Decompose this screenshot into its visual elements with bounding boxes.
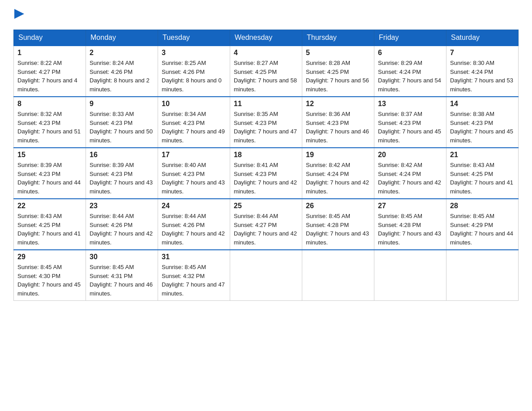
header-monday: Monday <box>86 30 158 46</box>
calendar-cell: 17 Sunrise: 8:40 AMSunset: 4:23 PMDaylig… <box>158 148 230 199</box>
day-info: Sunrise: 8:35 AMSunset: 4:23 PMDaylight:… <box>234 110 298 145</box>
day-info: Sunrise: 8:45 AMSunset: 4:28 PMDaylight:… <box>378 212 442 247</box>
calendar-cell: 21 Sunrise: 8:43 AMSunset: 4:25 PMDaylig… <box>446 148 519 199</box>
day-number: 28 <box>450 202 515 210</box>
header-thursday: Thursday <box>302 30 374 46</box>
day-info: Sunrise: 8:44 AMSunset: 4:26 PMDaylight:… <box>90 212 154 247</box>
day-number: 4 <box>234 49 298 57</box>
day-number: 18 <box>234 151 298 159</box>
day-number: 16 <box>90 151 154 159</box>
calendar-cell: 12 Sunrise: 8:36 AMSunset: 4:23 PMDaylig… <box>302 97 374 148</box>
calendar-cell: 5 Sunrise: 8:28 AMSunset: 4:25 PMDayligh… <box>302 46 374 97</box>
day-number: 10 <box>162 100 226 108</box>
header-wednesday: Wednesday <box>230 30 302 46</box>
day-info: Sunrise: 8:24 AMSunset: 4:26 PMDaylight:… <box>90 59 154 94</box>
day-number: 22 <box>17 202 82 210</box>
day-info: Sunrise: 8:39 AMSunset: 4:23 PMDaylight:… <box>90 161 154 196</box>
calendar-cell <box>302 250 374 301</box>
calendar-cell: 1 Sunrise: 8:22 AMSunset: 4:27 PMDayligh… <box>14 46 86 97</box>
week-row-4: 22 Sunrise: 8:43 AMSunset: 4:25 PMDaylig… <box>14 199 519 250</box>
day-info: Sunrise: 8:29 AMSunset: 4:24 PMDaylight:… <box>378 59 442 94</box>
calendar-cell <box>446 250 519 301</box>
day-number: 2 <box>90 49 154 57</box>
svg-marker-0 <box>14 9 24 19</box>
day-number: 29 <box>17 253 82 261</box>
day-info: Sunrise: 8:28 AMSunset: 4:25 PMDaylight:… <box>306 59 370 94</box>
day-info: Sunrise: 8:45 AMSunset: 4:30 PMDaylight:… <box>17 263 82 298</box>
calendar-cell: 31 Sunrise: 8:45 AMSunset: 4:32 PMDaylig… <box>158 250 230 301</box>
day-info: Sunrise: 8:38 AMSunset: 4:23 PMDaylight:… <box>450 110 515 145</box>
day-info: Sunrise: 8:45 AMSunset: 4:29 PMDaylight:… <box>450 212 515 247</box>
calendar-cell: 13 Sunrise: 8:37 AMSunset: 4:23 PMDaylig… <box>374 97 446 148</box>
day-number: 1 <box>17 49 82 57</box>
day-number: 27 <box>378 202 442 210</box>
calendar-cell <box>230 250 302 301</box>
calendar-cell: 27 Sunrise: 8:45 AMSunset: 4:28 PMDaylig… <box>374 199 446 250</box>
day-info: Sunrise: 8:42 AMSunset: 4:24 PMDaylight:… <box>306 161 370 196</box>
day-info: Sunrise: 8:22 AMSunset: 4:27 PMDaylight:… <box>17 59 82 94</box>
calendar-cell: 20 Sunrise: 8:42 AMSunset: 4:24 PMDaylig… <box>374 148 446 199</box>
calendar-cell: 9 Sunrise: 8:33 AMSunset: 4:23 PMDayligh… <box>86 97 158 148</box>
calendar-cell <box>374 250 446 301</box>
day-info: Sunrise: 8:43 AMSunset: 4:25 PMDaylight:… <box>450 161 515 196</box>
day-number: 7 <box>450 49 515 57</box>
day-info: Sunrise: 8:45 AMSunset: 4:32 PMDaylight:… <box>162 263 226 298</box>
calendar-cell: 22 Sunrise: 8:43 AMSunset: 4:25 PMDaylig… <box>14 199 86 250</box>
day-info: Sunrise: 8:37 AMSunset: 4:23 PMDaylight:… <box>378 110 442 145</box>
calendar-cell: 15 Sunrise: 8:39 AMSunset: 4:23 PMDaylig… <box>14 148 86 199</box>
day-info: Sunrise: 8:34 AMSunset: 4:23 PMDaylight:… <box>162 110 226 145</box>
day-info: Sunrise: 8:30 AMSunset: 4:24 PMDaylight:… <box>450 59 515 94</box>
calendar-cell: 23 Sunrise: 8:44 AMSunset: 4:26 PMDaylig… <box>86 199 158 250</box>
week-row-2: 8 Sunrise: 8:32 AMSunset: 4:23 PMDayligh… <box>14 97 519 148</box>
day-info: Sunrise: 8:44 AMSunset: 4:27 PMDaylight:… <box>234 212 298 247</box>
day-number: 13 <box>378 100 442 108</box>
weekday-header-row: Sunday Monday Tuesday Wednesday Thursday… <box>14 30 519 46</box>
calendar-cell: 8 Sunrise: 8:32 AMSunset: 4:23 PMDayligh… <box>14 97 86 148</box>
day-info: Sunrise: 8:43 AMSunset: 4:25 PMDaylight:… <box>17 212 82 247</box>
day-number: 21 <box>450 151 515 159</box>
logo <box>13 9 24 21</box>
page-header <box>13 9 519 21</box>
calendar-cell: 16 Sunrise: 8:39 AMSunset: 4:23 PMDaylig… <box>86 148 158 199</box>
header-friday: Friday <box>374 30 446 46</box>
day-number: 6 <box>378 49 442 57</box>
day-info: Sunrise: 8:25 AMSunset: 4:26 PMDaylight:… <box>162 59 226 94</box>
calendar-cell: 28 Sunrise: 8:45 AMSunset: 4:29 PMDaylig… <box>446 199 519 250</box>
day-number: 15 <box>17 151 82 159</box>
day-number: 5 <box>306 49 370 57</box>
day-number: 23 <box>90 202 154 210</box>
calendar-cell: 19 Sunrise: 8:42 AMSunset: 4:24 PMDaylig… <box>302 148 374 199</box>
calendar-cell: 30 Sunrise: 8:45 AMSunset: 4:31 PMDaylig… <box>86 250 158 301</box>
day-number: 19 <box>306 151 370 159</box>
calendar-cell: 25 Sunrise: 8:44 AMSunset: 4:27 PMDaylig… <box>230 199 302 250</box>
day-info: Sunrise: 8:27 AMSunset: 4:25 PMDaylight:… <box>234 59 298 94</box>
day-number: 24 <box>162 202 226 210</box>
day-info: Sunrise: 8:33 AMSunset: 4:23 PMDaylight:… <box>90 110 154 145</box>
calendar-cell: 6 Sunrise: 8:29 AMSunset: 4:24 PMDayligh… <box>374 46 446 97</box>
day-number: 25 <box>234 202 298 210</box>
day-number: 26 <box>306 202 370 210</box>
calendar-cell: 3 Sunrise: 8:25 AMSunset: 4:26 PMDayligh… <box>158 46 230 97</box>
header-tuesday: Tuesday <box>158 30 230 46</box>
calendar-cell: 14 Sunrise: 8:38 AMSunset: 4:23 PMDaylig… <box>446 97 519 148</box>
header-saturday: Saturday <box>446 30 519 46</box>
day-info: Sunrise: 8:45 AMSunset: 4:31 PMDaylight:… <box>90 263 154 298</box>
day-info: Sunrise: 8:44 AMSunset: 4:26 PMDaylight:… <box>162 212 226 247</box>
calendar-cell: 18 Sunrise: 8:41 AMSunset: 4:23 PMDaylig… <box>230 148 302 199</box>
day-info: Sunrise: 8:42 AMSunset: 4:24 PMDaylight:… <box>378 161 442 196</box>
day-info: Sunrise: 8:45 AMSunset: 4:28 PMDaylight:… <box>306 212 370 247</box>
week-row-5: 29 Sunrise: 8:45 AMSunset: 4:30 PMDaylig… <box>14 250 519 301</box>
calendar-cell: 4 Sunrise: 8:27 AMSunset: 4:25 PMDayligh… <box>230 46 302 97</box>
header-sunday: Sunday <box>14 30 86 46</box>
calendar-cell: 11 Sunrise: 8:35 AMSunset: 4:23 PMDaylig… <box>230 97 302 148</box>
calendar-cell: 24 Sunrise: 8:44 AMSunset: 4:26 PMDaylig… <box>158 199 230 250</box>
week-row-1: 1 Sunrise: 8:22 AMSunset: 4:27 PMDayligh… <box>14 46 519 97</box>
day-number: 11 <box>234 100 298 108</box>
day-info: Sunrise: 8:32 AMSunset: 4:23 PMDaylight:… <box>17 110 82 145</box>
calendar-cell: 7 Sunrise: 8:30 AMSunset: 4:24 PMDayligh… <box>446 46 519 97</box>
day-number: 3 <box>162 49 226 57</box>
day-number: 31 <box>162 253 226 261</box>
calendar-table: Sunday Monday Tuesday Wednesday Thursday… <box>13 30 519 301</box>
day-info: Sunrise: 8:39 AMSunset: 4:23 PMDaylight:… <box>17 161 82 196</box>
day-number: 17 <box>162 151 226 159</box>
